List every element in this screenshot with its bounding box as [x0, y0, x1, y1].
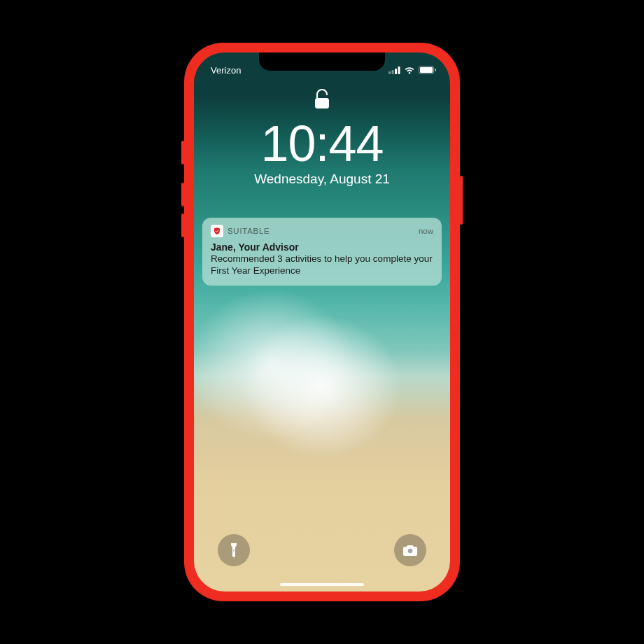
lock-screen: Verizon: [194, 52, 450, 592]
svg-point-4: [409, 72, 411, 74]
notification-app-name: SUITABLE: [227, 227, 270, 235]
camera-icon: [402, 544, 418, 556]
wifi-icon: [404, 66, 415, 74]
cellular-signal-icon: [388, 66, 400, 74]
phone-case: Verizon: [184, 43, 460, 601]
svg-rect-2: [395, 69, 397, 74]
quick-actions: [194, 534, 450, 566]
status-icons: [388, 66, 436, 74]
notification-header: SUITABLE now: [211, 225, 433, 237]
svg-rect-3: [398, 66, 400, 74]
notification-timestamp: now: [419, 227, 433, 235]
flashlight-icon: [227, 542, 240, 559]
notification-card[interactable]: SUITABLE now Jane, Your Advisor Recommen…: [202, 218, 442, 286]
svg-rect-6: [420, 67, 433, 73]
svg-rect-9: [233, 550, 234, 552]
svg-rect-8: [315, 98, 329, 108]
flashlight-button[interactable]: [218, 534, 250, 566]
notification-title: Jane, Your Advisor: [211, 241, 433, 253]
svg-rect-0: [388, 71, 391, 74]
app-icon: [211, 225, 223, 237]
unlock-icon: [314, 89, 330, 113]
lock-screen-header: 10:44 Wednesday, August 21: [194, 89, 450, 187]
svg-point-10: [408, 549, 413, 554]
lock-time: 10:44: [194, 118, 450, 169]
svg-rect-1: [392, 70, 394, 74]
lock-date: Wednesday, August 21: [194, 172, 450, 187]
svg-rect-7: [435, 69, 436, 71]
home-indicator[interactable]: [280, 583, 364, 586]
carrier-label: Verizon: [211, 65, 241, 76]
battery-icon: [419, 66, 436, 74]
camera-button[interactable]: [394, 534, 426, 566]
display-notch: [259, 52, 385, 71]
notification-body: Recommended 3 activities to help you com…: [211, 253, 433, 277]
